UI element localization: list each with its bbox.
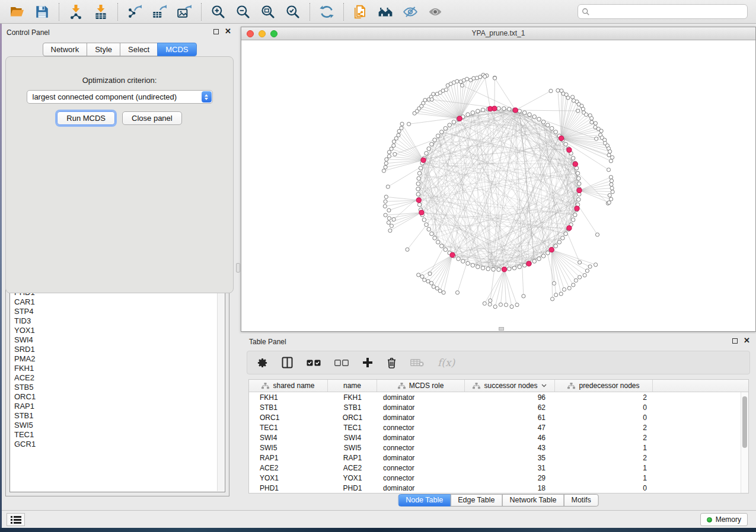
- deselect-all-icon[interactable]: [334, 355, 349, 370]
- table-row[interactable]: ORC1ORC1dominator610: [249, 412, 741, 422]
- show-all-eye-icon[interactable]: [426, 3, 444, 21]
- export-network-icon[interactable]: [126, 3, 143, 21]
- tab-edge-table[interactable]: Edge Table: [450, 494, 502, 507]
- splitter-grip-horizontal[interactable]: [499, 327, 504, 331]
- cell-successor: 61: [465, 414, 555, 422]
- export-table-icon[interactable]: [151, 3, 168, 21]
- scrollbar-thumb[interactable]: [742, 396, 747, 448]
- function-builder-icon[interactable]: f(x): [438, 355, 455, 370]
- tab-network[interactable]: Network: [42, 43, 87, 56]
- save-session-icon[interactable]: [33, 3, 51, 21]
- cell-mcds_role: connector: [377, 444, 465, 452]
- mcds-result-list[interactable]: PHD1CAR1STP4TID3YOX1SWI4SRD1PMA2FKH1ACE2…: [9, 284, 225, 492]
- column-header-empty: [653, 380, 748, 392]
- create-column-plus-icon[interactable]: [362, 355, 373, 370]
- node-table-header: shared namenameMCDS rolesuccessor nodesp…: [249, 380, 748, 392]
- close-panel-icon[interactable]: ✕: [225, 28, 231, 34]
- window-minimize-icon[interactable]: [259, 30, 266, 37]
- apply-preferred-layout-icon[interactable]: [318, 3, 336, 21]
- float-panel-icon[interactable]: [213, 29, 219, 34]
- tab-style[interactable]: Style: [87, 43, 120, 56]
- window-zoom-icon[interactable]: [270, 30, 277, 37]
- column-header-MCDS-role[interactable]: MCDS role: [377, 380, 465, 392]
- delete-table-icon[interactable]: [410, 355, 424, 370]
- import-table-from-file-icon[interactable]: [92, 3, 110, 21]
- delete-columns-trash-icon[interactable]: [387, 355, 397, 370]
- cell-name: SWI5: [328, 444, 377, 452]
- export-image-icon[interactable]: [176, 3, 193, 21]
- table-row[interactable]: RAP1RAP1dominator352: [249, 453, 741, 463]
- table-row[interactable]: PHD1PHD1dominator180: [249, 483, 741, 493]
- search-input[interactable]: [590, 8, 744, 16]
- mcds-result-item[interactable]: PMA2: [14, 354, 225, 364]
- mcds-result-item[interactable]: TEC1: [14, 430, 225, 440]
- fit-content-icon[interactable]: [259, 3, 277, 21]
- open-session-icon[interactable]: [8, 3, 26, 21]
- search-field[interactable]: [578, 4, 748, 19]
- table-row[interactable]: FKH1FKH1dominator962: [249, 392, 741, 402]
- mcds-result-item[interactable]: STP4: [14, 307, 225, 316]
- mcds-result-item[interactable]: STB1: [14, 411, 225, 421]
- mcds-result-scrollbar[interactable]: [217, 286, 224, 491]
- mcds-result-item[interactable]: RAP1: [14, 402, 225, 411]
- cell-successor: 35: [465, 454, 555, 462]
- mcds-result-item[interactable]: SWI4: [14, 335, 225, 345]
- zoom-selected-icon[interactable]: [284, 3, 302, 21]
- optimization-criterion-select[interactable]: largest connected component (undirected): [27, 90, 213, 104]
- hide-selected-eye-slash-icon[interactable]: [401, 3, 419, 21]
- memory-button[interactable]: Memory: [700, 513, 748, 526]
- splitter-grip-vertical[interactable]: [236, 263, 240, 273]
- float-table-panel-icon[interactable]: [732, 338, 738, 344]
- mcds-result-item[interactable]: STB5: [14, 383, 225, 392]
- run-mcds-button[interactable]: Run MCDS: [57, 111, 115, 125]
- cell-successor: 31: [465, 464, 555, 472]
- network-canvas[interactable]: [241, 40, 755, 331]
- mcds-result-item[interactable]: SRD1: [14, 345, 225, 354]
- mcds-result-item[interactable]: SWI5: [14, 421, 225, 430]
- sort-desc-icon: [541, 384, 547, 387]
- table-row[interactable]: YOX1YOX1connector291: [249, 473, 741, 483]
- tab-select[interactable]: Select: [120, 43, 158, 56]
- mcds-result-item[interactable]: ACE2: [14, 373, 225, 383]
- zoom-out-icon[interactable]: [234, 3, 252, 21]
- cell-mcds_role: connector: [377, 424, 465, 432]
- table-row[interactable]: SWI4SWI4dominator462: [249, 432, 741, 443]
- network-graph[interactable]: [241, 40, 755, 331]
- close-table-panel-icon[interactable]: ✕: [744, 338, 750, 344]
- cell-name: ACE2: [328, 464, 377, 472]
- node-table-scrollbar[interactable]: [741, 392, 748, 493]
- mcds-result-item[interactable]: CAR1: [14, 297, 225, 307]
- import-network-from-public-db-icon[interactable]: [352, 3, 369, 21]
- column-label: predecessor nodes: [579, 382, 639, 390]
- select-all-icon[interactable]: [307, 355, 321, 370]
- table-options-gear-icon[interactable]: [257, 355, 268, 370]
- table-row[interactable]: TEC1TEC1connector472: [249, 422, 741, 432]
- mcds-result-item[interactable]: GCR1: [14, 440, 225, 449]
- column-header-predecessor-nodes[interactable]: predecessor nodes: [555, 380, 653, 392]
- mcds-result-item[interactable]: YOX1: [14, 326, 225, 335]
- column-header-shared-name[interactable]: shared name: [249, 380, 328, 392]
- table-row[interactable]: STB1STB1dominator620: [249, 402, 741, 412]
- show-columns-icon[interactable]: [282, 355, 293, 370]
- network-window-titlebar[interactable]: YPA_prune.txt_1: [241, 27, 755, 40]
- zoom-in-icon[interactable]: [209, 3, 227, 21]
- cytoscape-home-icon[interactable]: [377, 3, 394, 21]
- tab-network-table[interactable]: Network Table: [502, 494, 564, 507]
- table-panel-title: Table Panel: [249, 338, 286, 346]
- task-history-button[interactable]: [7, 513, 25, 526]
- tab-motifs[interactable]: Motifs: [563, 494, 598, 507]
- window-close-icon[interactable]: [247, 30, 254, 37]
- tab-mcds[interactable]: MCDS: [157, 43, 196, 56]
- tab-node-table[interactable]: Node Table: [398, 494, 451, 507]
- mcds-result-item[interactable]: TID3: [14, 316, 225, 326]
- column-header-name[interactable]: name: [328, 380, 377, 392]
- column-header-successor-nodes[interactable]: successor nodes: [465, 380, 555, 392]
- cell-predecessor: 1: [555, 474, 653, 482]
- table-row[interactable]: SWI5SWI5connector431: [249, 443, 741, 453]
- dropdown-stepper-icon: [202, 91, 212, 102]
- mcds-result-item[interactable]: ORC1: [14, 392, 225, 402]
- close-panel-button[interactable]: Close panel: [122, 111, 182, 125]
- mcds-result-item[interactable]: FKH1: [14, 364, 225, 373]
- import-network-from-file-icon[interactable]: [67, 3, 85, 21]
- table-row[interactable]: ACE2ACE2connector311: [249, 463, 741, 473]
